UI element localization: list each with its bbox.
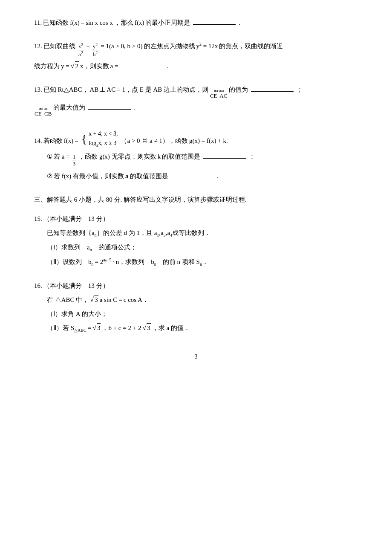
p14-sub2-dot: .: [217, 171, 219, 182]
problem-16-intro: 在 △ABC 中， √ 3 a sin C = c cos A．: [47, 294, 358, 306]
fx-text: f(x): [70, 17, 80, 29]
sqrt-content-sabc: 3: [97, 323, 101, 333]
p14-sub1-text3: 的取值范围是: [162, 151, 200, 162]
p14-text1: 若函数: [43, 135, 63, 147]
sqrt-3-sabc: √ 3: [92, 323, 101, 333]
p14-sub1-k: k: [158, 151, 161, 162]
problem-15: 15. （本小题满分 13 分） 已知等差数列｛an｝的公差 d 为 1，且 a…: [34, 213, 358, 268]
p14-fx: f(x): [64, 135, 74, 147]
p13-eq1: = 1，点 E 是 AB 边上的动点，则: [117, 84, 208, 96]
vec-ce-ac: uur uuu CE AC: [210, 89, 227, 100]
equals: =: [81, 17, 84, 29]
parabola-eq: y2 = 12x: [196, 41, 218, 52]
problem-15-score: （本小题满分 13 分）: [43, 213, 109, 225]
problem-12-line1: 12. 已知双曲线 x2 a2 − y2 b2 = 1(a > 0, b > 0…: [34, 41, 358, 58]
problem-14-line1: 14. 若函数 f(x) = { x + 4, x < 3, logax, x …: [34, 130, 358, 148]
piecewise-cases: x + 4, x < 3, logax, x ≥ 3: [89, 130, 118, 148]
problem-15-number: 15.: [34, 213, 42, 225]
vec-arrow-ce-ac: uur uuu: [214, 89, 223, 93]
sqrt-content-3: 3: [94, 295, 98, 304]
fx2: f(x): [135, 17, 144, 29]
answer-blank-11: [193, 18, 236, 25]
fraction-numer-x2: x2: [78, 42, 84, 50]
p16-a-sinC: a sin C: [100, 294, 118, 306]
sinxcosx: sin x cos x: [86, 17, 113, 29]
problem-11-text1: 已知函数: [43, 17, 69, 29]
period-text: 的最小正周期是: [145, 17, 190, 29]
problem-16-part1: （Ⅰ）求角 A 的大小；: [47, 308, 358, 320]
problem-13-number: 13.: [34, 84, 42, 96]
problem-15-title: 15. （本小题满分 13 分）: [34, 213, 358, 225]
p16-eq: =: [118, 294, 122, 306]
answer-blank-14b: [171, 171, 214, 178]
answer-blank-12: [121, 61, 164, 68]
problem-14-sub2: ② 若 f(x) 有最小值，则实数 a 的取值范围是 .: [47, 171, 358, 182]
p14-sub1-line: ① 若 a = 1 3 ，函数 g(x) 无零点，则实数 k 的取值范围是 ；: [47, 151, 358, 167]
ab-text: AB: [90, 84, 99, 96]
p15-n: · n，求数列 bn 的前 n 项和 Sn．: [112, 256, 208, 268]
comma: ，那么: [114, 17, 133, 29]
equals2: = 1(a > 0, b > 0): [101, 41, 142, 52]
p14-sub1-marker: ①: [47, 151, 52, 162]
p14-condition: （a > 0 且 a ≠ 1），函数: [121, 135, 188, 147]
problem-15-part1: （Ⅰ）求数列 an 的通项公式；: [47, 242, 358, 254]
problem-13-line2: uur uur CE CB 的最大值为 .: [34, 102, 358, 118]
period-dot: .: [239, 17, 240, 29]
answer-blank-14a: [203, 152, 246, 159]
problem-12-line2: 线方程为 y = √ 2 x，则实数 a = .: [34, 61, 358, 72]
fraction-denom-a2: a2: [78, 50, 84, 58]
piecewise-fx: { x + 4, x < 3, logax, x ≥ 3: [81, 130, 118, 148]
problem-13-line1: 13. 已知 Rt△ABC， AB ⊥ AC = 1，点 E 是 AB 边上的动…: [34, 84, 358, 100]
page-number-text: 3: [195, 353, 198, 360]
sqrt-3-part2: √ 3: [142, 323, 150, 333]
problem-11-number: 11.: [34, 17, 42, 29]
p15-bn-eq: = 2an+5: [95, 256, 112, 268]
p13-text1: 已知 Rt△ABC，: [43, 84, 89, 96]
section3-header: 三、解答题共 6 小题，共 80 分. 解答应写出文字说明，演算步骤或证明过程.: [34, 194, 358, 206]
p15-intro-text: 已知等差数列｛an｝的公差 d 为 1，且 a1,a3,a4成等比数列．: [47, 227, 210, 239]
p12-text2: 的左焦点为抛物线: [144, 41, 195, 52]
vec-arrow-ce-cb: uur uur: [39, 107, 48, 110]
piecewise-case1: x + 4, x < 3,: [89, 130, 118, 138]
answer-blank-13a: [251, 85, 294, 92]
p12-text3: 的焦点，双曲线的渐近: [219, 41, 283, 52]
piecewise-brace: {: [81, 133, 87, 145]
p12-a: a =: [110, 61, 118, 72]
problem-16-number: 16.: [34, 280, 42, 292]
frac-numer-1: 1: [72, 153, 77, 161]
page-number: 3: [34, 351, 358, 362]
p12-x: x，则实数: [80, 61, 109, 72]
problem-14-sub1: ① 若 a = 1 3 ，函数 g(x) 无零点，则实数 k 的取值范围是 ；: [47, 151, 358, 167]
p14-gx: g(x) = f(x) + k.: [189, 135, 228, 147]
problem-16-score: （本小题满分 13 分）: [43, 280, 109, 292]
problem-11-line: 11. 已知函数 f(x) = sin x cos x ，那么 f(x) 的最小…: [34, 17, 358, 29]
problem-15-part2: （Ⅱ）设数列 bn = 2an+5 · n，求数列 bn 的前 n 项和 Sn．: [47, 256, 358, 268]
fraction-numer-y2: y2: [92, 42, 99, 50]
fraction-denom-b2: b2: [92, 50, 99, 58]
p12-dot: .: [167, 61, 168, 72]
p14-eq: =: [75, 135, 78, 147]
p13-text2: 的值为: [229, 84, 248, 96]
sqrt-symbol-p2: √: [142, 324, 146, 331]
p16-ccosA: c cos A．: [124, 294, 149, 306]
y-eq: y =: [61, 61, 69, 72]
p13-text3: 的最大值为: [53, 102, 85, 113]
p14-sub1-semicolon: ；: [249, 151, 255, 162]
p14-sub2-marker: ②: [47, 171, 52, 182]
vec-letters-ce-ac: CE AC: [210, 93, 227, 100]
sqrt-2: √ 2: [71, 61, 79, 71]
p14-sub1-text1: 若 a =: [54, 151, 70, 162]
p14-sub2-line: ② 若 f(x) 有最小值，则实数 a 的取值范围是 .: [47, 171, 358, 182]
p13-semicolon: ；: [297, 84, 303, 96]
sqrt-3a: √ 3: [90, 295, 98, 304]
sqrt-content-2: 2: [75, 61, 79, 71]
p13-dot: .: [134, 102, 135, 113]
problem-16-part2: （Ⅱ）若 S△ABC = √ 3 ，b + c = 2 + 2 √ 3 ，求 a…: [47, 322, 358, 334]
answer-blank-13b: [88, 103, 131, 110]
p12-text1: 已知双曲线: [43, 41, 75, 52]
sqrt-symbol-3: √: [90, 296, 94, 303]
sqrt-symbol: √: [71, 63, 75, 70]
sqrt-content-p2: 3: [147, 323, 151, 333]
p15-part2-marker: （Ⅱ）设数列 bn: [47, 256, 94, 268]
p16-intro-text1: 在 △ABC 中，: [47, 294, 89, 306]
